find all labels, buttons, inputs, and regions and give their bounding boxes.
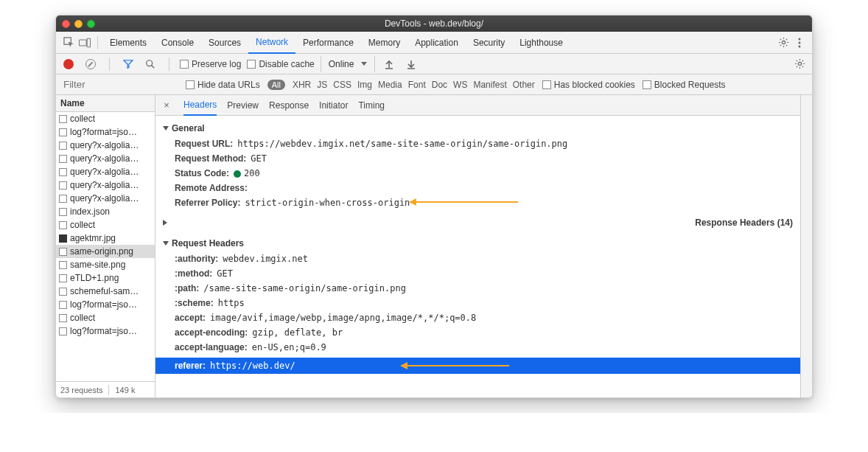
tab-sources[interactable]: Sources <box>201 32 248 54</box>
request-row[interactable]: same-site.png <box>56 258 155 271</box>
request-row[interactable]: query?x-algolia… <box>56 152 155 165</box>
request-name: log?format=jso… <box>70 326 137 336</box>
request-name: log?format=jso… <box>70 127 137 137</box>
clear-button[interactable] <box>83 56 99 72</box>
request-name: index.json <box>70 206 110 217</box>
request-name: collect <box>70 313 95 323</box>
request-row[interactable]: query?x-algolia… <box>56 192 155 205</box>
network-toolbar: Preserve log Disable cache Online <box>56 54 812 74</box>
tab-lighthouse[interactable]: Lighthouse <box>512 32 570 54</box>
inspect-element-icon[interactable] <box>60 35 77 51</box>
has-blocked-cookies-checkbox[interactable]: Has blocked cookies <box>542 80 635 90</box>
type-font[interactable]: Font <box>408 80 426 90</box>
divider <box>169 58 169 71</box>
detail-tab-timing[interactable]: Timing <box>358 95 385 116</box>
preserve-log-checkbox[interactable]: Preserve log <box>180 59 241 69</box>
zoom-window-button[interactable] <box>87 20 95 28</box>
section-response-headers-header[interactable]: Response Headers (14) <box>155 215 800 231</box>
request-row[interactable]: query?x-algolia… <box>56 165 155 178</box>
tab-elements[interactable]: Elements <box>102 32 154 54</box>
filter-toggle-icon[interactable] <box>120 56 136 72</box>
type-ws[interactable]: WS <box>453 80 467 90</box>
download-har-icon[interactable] <box>403 56 419 72</box>
upload-har-icon[interactable] <box>381 56 397 72</box>
preserve-log-label: Preserve log <box>192 59 241 69</box>
hide-data-urls-checkbox[interactable]: Hide data URLs <box>186 80 260 90</box>
close-window-button[interactable] <box>62 20 70 28</box>
close-detail-icon[interactable]: × <box>160 100 173 111</box>
detail-tab-response[interactable]: Response <box>269 95 309 116</box>
throttling-select[interactable]: Online <box>321 56 376 72</box>
device-toolbar-icon[interactable] <box>77 35 93 51</box>
name-column-header[interactable]: Name <box>56 95 155 112</box>
request-row[interactable]: log?format=jso… <box>56 298 155 311</box>
type-xhr[interactable]: XHR <box>293 80 311 90</box>
type-other[interactable]: Other <box>513 80 535 90</box>
request-row[interactable]: agektmr.jpg <box>56 232 155 245</box>
type-img[interactable]: Img <box>357 80 372 90</box>
request-row[interactable]: eTLD+1.png <box>56 271 155 285</box>
record-button[interactable] <box>60 56 77 72</box>
request-row[interactable]: collect <box>56 112 155 125</box>
request-row[interactable]: query?x-algolia… <box>56 139 155 152</box>
tab-performance[interactable]: Performance <box>295 32 361 54</box>
detail-tab-headers[interactable]: Headers <box>183 95 217 116</box>
divider <box>108 385 109 395</box>
tab-console[interactable]: Console <box>154 32 201 54</box>
section-general-header[interactable]: General <box>155 120 800 136</box>
type-doc[interactable]: Doc <box>432 80 447 90</box>
request-list[interactable]: collectlog?format=jso…query?x-algolia…qu… <box>56 112 155 381</box>
request-row[interactable]: collect <box>56 218 155 232</box>
annotation-arrow-icon <box>406 365 509 366</box>
section-request-headers-header[interactable]: Request Headers <box>155 235 800 251</box>
type-media[interactable]: Media <box>378 80 402 90</box>
detail-body[interactable]: General Request URL:https://webdev.imgix… <box>155 116 800 397</box>
search-icon[interactable] <box>142 56 158 72</box>
divider <box>97 36 98 49</box>
blocked-requests-checkbox[interactable]: Blocked Requests <box>643 80 726 90</box>
has-blocked-cookies-label: Has blocked cookies <box>554 80 635 90</box>
request-row[interactable]: log?format=jso… <box>56 125 155 139</box>
request-name: eTLD+1.png <box>70 273 119 283</box>
type-all-pill[interactable]: All <box>267 80 285 90</box>
kv-request-method: Request Method:GET <box>155 151 800 166</box>
scrollbar[interactable] <box>800 95 812 397</box>
detail-tab-preview[interactable]: Preview <box>227 95 259 116</box>
svg-point-7 <box>147 60 153 66</box>
kv-accept-language: accept-language:en-US,en;q=0.9 <box>155 340 800 355</box>
tab-memory[interactable]: Memory <box>361 32 407 54</box>
request-name: query?x-algolia… <box>70 193 139 204</box>
request-row[interactable]: schemeful-sam… <box>56 285 155 298</box>
request-row[interactable]: query?x-algolia… <box>56 178 155 192</box>
type-js[interactable]: JS <box>317 80 327 90</box>
svg-rect-2 <box>87 38 90 47</box>
throttling-value: Online <box>329 59 354 69</box>
type-css[interactable]: CSS <box>333 80 351 90</box>
request-row[interactable]: log?format=jso… <box>56 324 155 338</box>
request-row[interactable]: collect <box>56 311 155 324</box>
request-row[interactable]: index.json <box>56 205 155 218</box>
hide-data-urls-label: Hide data URLs <box>197 80 260 90</box>
disable-cache-checkbox[interactable]: Disable cache <box>247 59 314 69</box>
kv-method: :method:GET <box>155 266 800 281</box>
detail-tab-initiator[interactable]: Initiator <box>319 95 348 116</box>
annotation-arrow-icon <box>415 201 518 203</box>
request-name: agektmr.jpg <box>70 233 116 243</box>
more-menu-icon[interactable] <box>791 35 808 51</box>
tab-security[interactable]: Security <box>466 32 512 54</box>
file-icon <box>59 155 67 163</box>
minimize-window-button[interactable] <box>74 20 83 28</box>
file-icon <box>59 327 67 335</box>
filter-input[interactable] <box>60 77 178 93</box>
settings-gear-icon[interactable] <box>775 35 791 51</box>
devtools-tabs-row: Elements Console Sources Network Perform… <box>56 32 812 54</box>
request-row[interactable]: same-origin.png <box>56 245 155 258</box>
tab-network[interactable]: Network <box>248 32 295 54</box>
file-icon <box>59 301 67 309</box>
file-icon <box>59 208 67 216</box>
window-title: DevTools - web.dev/blog/ <box>56 18 812 29</box>
type-manifest[interactable]: Manifest <box>473 80 506 90</box>
svg-point-11 <box>798 62 801 65</box>
tab-application[interactable]: Application <box>407 32 466 54</box>
network-settings-gear-icon[interactable] <box>791 56 808 72</box>
